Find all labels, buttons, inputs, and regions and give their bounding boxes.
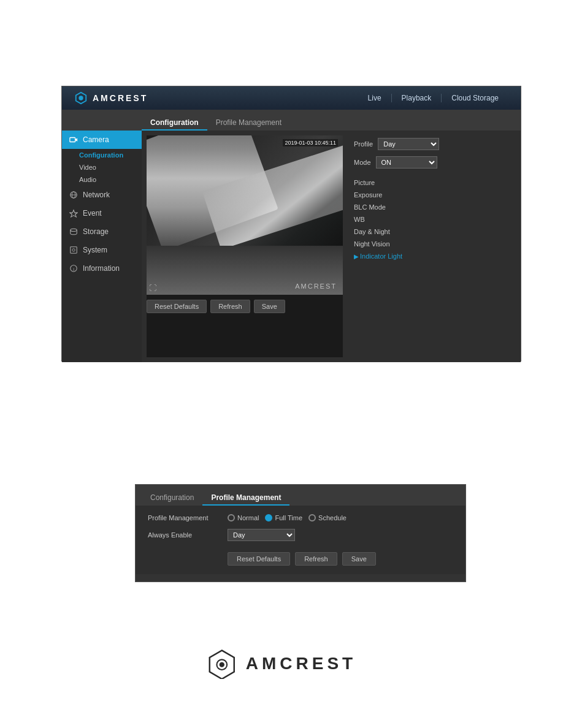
nav-cloud-storage[interactable]: Cloud Storage xyxy=(441,94,508,102)
profile-label: Profile xyxy=(354,140,373,148)
radio-normal-label: Normal xyxy=(237,514,259,521)
video-feed: 2019-01-03 10:45:11 AMCREST ⛶ xyxy=(147,135,343,295)
settings-panel: Profile Day Night Mode ON OFF Picture Ex… xyxy=(349,135,516,357)
profile-select[interactable]: Day Night xyxy=(378,138,439,150)
sidebar-item-system[interactable]: System xyxy=(62,241,142,259)
storage-icon xyxy=(69,227,78,236)
tab2-profile-management[interactable]: Profile Management xyxy=(202,491,289,506)
mode-label: Mode xyxy=(354,159,371,166)
sidebar-sub-configuration[interactable]: Configuration xyxy=(62,149,142,161)
pm-refresh-button[interactable]: Refresh xyxy=(295,552,337,566)
sidebar: Camera Configuration Video Audio Network… xyxy=(62,131,142,362)
sidebar-sub-video[interactable]: Video xyxy=(62,161,142,173)
save-button[interactable]: Save xyxy=(254,300,285,313)
sidebar-item-storage[interactable]: Storage xyxy=(62,222,142,241)
tabs-row: Configuration Profile Management xyxy=(62,110,521,131)
indicator-arrow: ▶ xyxy=(354,253,359,260)
nav-playback[interactable]: Playback xyxy=(391,94,442,102)
sidebar-sub-audio[interactable]: Audio xyxy=(62,173,142,186)
pm-buttons: Reset Defaults Refresh Save xyxy=(148,548,453,566)
event-icon xyxy=(69,209,78,218)
bottom-logo-text: AMCREST xyxy=(246,654,356,673)
always-enable-select[interactable]: Day Night xyxy=(228,529,295,541)
svg-point-7 xyxy=(71,229,77,231)
pm-reset-defaults-button[interactable]: Reset Defaults xyxy=(228,552,290,566)
pm-profile-label: Profile Management xyxy=(148,514,221,521)
bottom-logo-icon xyxy=(207,648,237,679)
svg-text:i: i xyxy=(73,267,74,272)
sidebar-item-network[interactable]: Network xyxy=(62,186,142,204)
app-body: Camera Configuration Video Audio Network… xyxy=(62,131,521,362)
profile-row: Profile Day Night xyxy=(354,138,511,150)
sidebar-item-information[interactable]: i Information xyxy=(62,259,142,278)
screenshot-top: AMCREST Live Playback Cloud Storage Conf… xyxy=(61,86,521,362)
settings-item-wb[interactable]: WB xyxy=(354,214,511,225)
tab-configuration[interactable]: Configuration xyxy=(142,116,207,131)
nav-links: Live Playback Cloud Storage xyxy=(358,94,508,102)
mode-select[interactable]: ON OFF xyxy=(376,156,437,169)
settings-item-picture[interactable]: Picture xyxy=(354,177,511,188)
pm-enable-row: Always Enable Day Night xyxy=(148,529,453,541)
bottom-logo: AMCREST xyxy=(207,648,356,679)
screenshot-bottom: Configuration Profile Management Profile… xyxy=(135,484,466,582)
network-icon xyxy=(69,191,78,199)
radio-circle-fulltime xyxy=(265,514,272,521)
radio-normal[interactable]: Normal xyxy=(228,514,259,521)
svg-rect-8 xyxy=(71,247,77,254)
tab-profile-management[interactable]: Profile Management xyxy=(207,116,290,131)
main-content: 2019-01-03 10:45:11 AMCREST ⛶ Reset Defa… xyxy=(142,131,521,362)
system-icon xyxy=(69,246,78,254)
sidebar-event-label: Event xyxy=(83,209,102,218)
settings-item-indicator[interactable]: ▶Indicator Light xyxy=(354,251,511,262)
camera-icon xyxy=(69,135,78,144)
radio-fulltime[interactable]: Full Time xyxy=(265,514,302,521)
settings-item-blc[interactable]: BLC Mode xyxy=(354,202,511,213)
radio-fulltime-label: Full Time xyxy=(275,514,302,521)
radio-schedule-label: Schedule xyxy=(318,514,347,521)
header-logo-text: AMCREST xyxy=(93,93,148,103)
svg-point-14 xyxy=(220,662,224,667)
svg-point-9 xyxy=(72,249,75,251)
sidebar-item-event[interactable]: Event xyxy=(62,204,142,222)
mode-row: Mode ON OFF xyxy=(354,156,511,169)
radio-circle-schedule xyxy=(308,514,316,521)
settings-item-night-vision[interactable]: Night Vision xyxy=(354,238,511,249)
logo-icon xyxy=(74,91,88,105)
app-header: AMCREST Live Playback Cloud Storage xyxy=(62,86,521,110)
video-watermark: AMCREST xyxy=(295,282,337,290)
sidebar-camera-label: Camera xyxy=(83,135,109,144)
tabs-row2: Configuration Profile Management xyxy=(136,485,465,506)
pm-save-button[interactable]: Save xyxy=(342,552,376,566)
sidebar-network-label: Network xyxy=(83,191,110,199)
svg-point-1 xyxy=(79,96,83,100)
video-timestamp: 2019-01-03 10:45:11 xyxy=(283,139,338,146)
svg-rect-2 xyxy=(70,138,75,142)
sidebar-system-label: System xyxy=(83,246,107,254)
radio-schedule[interactable]: Schedule xyxy=(308,514,347,521)
settings-list: Picture Exposure BLC Mode WB Day & Night… xyxy=(354,177,511,262)
pm-profile-row: Profile Management Normal Full Time Sche… xyxy=(148,514,453,521)
sidebar-storage-label: Storage xyxy=(83,227,109,236)
radio-circle-normal xyxy=(228,514,235,521)
reset-defaults-button[interactable]: Reset Defaults xyxy=(147,300,207,313)
expand-icon[interactable]: ⛶ xyxy=(149,284,156,292)
info-icon: i xyxy=(69,264,78,273)
tab2-configuration[interactable]: Configuration xyxy=(142,491,202,506)
settings-item-day-night[interactable]: Day & Night xyxy=(354,226,511,237)
pm-enable-label: Always Enable xyxy=(148,531,221,539)
video-controls: Reset Defaults Refresh Save xyxy=(147,295,343,318)
settings-item-exposure[interactable]: Exposure xyxy=(354,189,511,200)
logo-area: AMCREST xyxy=(74,91,148,105)
profile-mgmt-body: Profile Management Normal Full Time Sche… xyxy=(136,506,465,574)
sidebar-info-label: Information xyxy=(83,264,120,273)
video-area: 2019-01-03 10:45:11 AMCREST ⛶ Reset Defa… xyxy=(147,135,343,357)
refresh-button[interactable]: Refresh xyxy=(210,300,250,313)
sidebar-item-camera[interactable]: Camera xyxy=(62,131,142,149)
nav-live[interactable]: Live xyxy=(358,94,391,102)
